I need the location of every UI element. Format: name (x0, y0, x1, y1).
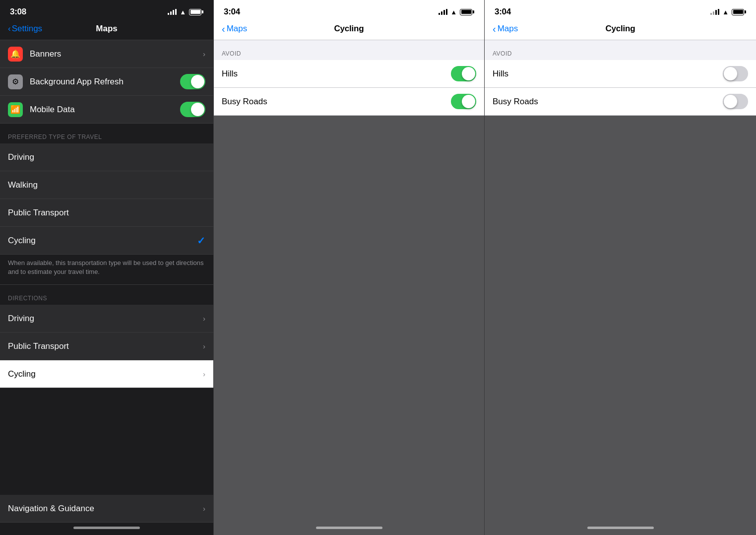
signal-icon-left (168, 9, 177, 15)
mid-panel: 3:04 ▲ ‹ Maps Cycling AVOID (213, 0, 485, 535)
row-cycling-preferred[interactable]: Cycling ✓ (0, 227, 213, 255)
cycling-directions-label: Cycling (8, 369, 203, 379)
cycling-preferred-label: Cycling (8, 236, 197, 246)
home-bar-right (587, 527, 654, 529)
wifi-icon-right: ▲ (722, 8, 729, 16)
status-icons-right: ▲ (710, 8, 746, 16)
home-indicator-mid (214, 523, 484, 535)
right-panel: 3:04 ▲ ‹ Maps Cycling AVOID (485, 0, 756, 535)
status-icons-left: ▲ (168, 8, 203, 16)
row-hills-right[interactable]: Hills (485, 60, 756, 88)
driving-directions-label: Driving (8, 314, 203, 324)
row-walking[interactable]: Walking (0, 171, 213, 199)
status-time-mid: 3:04 (224, 7, 240, 17)
nav-bar-left: ‹ Settings Maps (0, 22, 213, 40)
driving-directions-chevron: › (203, 314, 205, 323)
row-hills-mid[interactable]: Hills (214, 60, 484, 88)
back-label-right[interactable]: Maps (498, 24, 518, 34)
home-indicator-right (485, 523, 756, 535)
wifi-icon-left: ▲ (180, 8, 186, 16)
busy-roads-toggle-mid[interactable] (451, 94, 476, 109)
status-bar-right: 3:04 ▲ (485, 0, 756, 22)
status-time-left: 3:08 (10, 7, 26, 17)
home-indicator-left (0, 523, 213, 535)
banners-chevron: › (203, 50, 205, 58)
nav-title-left: Maps (96, 24, 117, 34)
section-preferred-travel: PREFERRED TYPE OF TRAVEL (0, 124, 213, 143)
refresh-right (180, 74, 205, 89)
cycling-helper-text: When available, this transportation type… (0, 255, 213, 285)
back-label-mid[interactable]: Maps (227, 24, 248, 34)
chevron-mid-icon: ‹ (222, 24, 225, 34)
row-mobile-data[interactable]: 📶 Mobile Data (0, 96, 213, 124)
battery-icon-right (732, 9, 746, 15)
dark-area-right (485, 116, 756, 523)
chevron-right-icon: ‹ (493, 24, 496, 34)
hills-label-mid: Hills (222, 69, 451, 79)
driving-preferred-label: Driving (8, 152, 205, 162)
hills-toggle-mid[interactable] (451, 66, 476, 81)
banners-label: Banners (30, 49, 203, 59)
home-bar-mid (316, 527, 382, 529)
row-public-transport-preferred[interactable]: Public Transport (0, 199, 213, 227)
mobile-data-label: Mobile Data (30, 105, 180, 115)
banners-icon: 🔔 (8, 47, 23, 62)
public-transport-directions-label: Public Transport (8, 341, 203, 351)
dark-area-mid (214, 116, 484, 523)
hills-toggle-right[interactable] (723, 66, 748, 81)
status-time-right: 3:04 (495, 7, 511, 17)
nav-guidance-chevron: › (203, 504, 205, 513)
walking-label: Walking (8, 180, 205, 190)
status-bar-mid: 3:04 ▲ (214, 0, 484, 22)
avoid-header-mid: AVOID (214, 40, 484, 60)
back-button-mid[interactable]: ‹ Maps (222, 24, 247, 34)
row-driving-directions[interactable]: Driving › (0, 305, 213, 333)
status-icons-mid: ▲ (439, 8, 474, 16)
nav-title-right: Cycling (605, 24, 635, 34)
signal-icon-mid (439, 9, 447, 15)
row-public-transport-directions[interactable]: Public Transport › (0, 333, 213, 360)
nav-guidance-label: Navigation & Guidance (8, 504, 203, 514)
cycling-checkmark: ✓ (197, 235, 205, 247)
mobile-data-toggle[interactable] (180, 102, 205, 117)
left-panel: 3:08 ▲ ‹ Settings Maps 🔔 Ba (0, 0, 213, 535)
home-bar-left (73, 527, 140, 529)
busy-roads-label-right: Busy Roads (493, 97, 723, 107)
battery-icon-left (189, 9, 203, 15)
row-driving-preferred[interactable]: Driving (0, 143, 213, 171)
nav-title-mid: Cycling (334, 24, 364, 34)
public-transport-directions-chevron: › (203, 342, 205, 350)
battery-icon-mid (460, 9, 474, 15)
banners-right: › (203, 50, 205, 58)
row-cycling-directions[interactable]: Cycling › (0, 360, 213, 388)
back-button-left[interactable]: ‹ Settings (8, 24, 42, 34)
busy-roads-toggle-right[interactable] (723, 94, 748, 109)
row-busy-roads-right[interactable]: Busy Roads (485, 88, 756, 116)
row-banners[interactable]: 🔔 Banners › (0, 40, 213, 68)
mobile-data-right (180, 102, 205, 117)
busy-roads-label-mid: Busy Roads (222, 97, 451, 107)
nav-bar-right: ‹ Maps Cycling (485, 22, 756, 40)
section-directions: DIRECTIONS (0, 285, 213, 305)
chevron-left-icon: ‹ (8, 24, 11, 34)
status-bar-left: 3:08 ▲ (0, 0, 213, 22)
avoid-header-right: AVOID (485, 40, 756, 60)
nav-bar-mid: ‹ Maps Cycling (214, 22, 484, 40)
row-nav-guidance[interactable]: Navigation & Guidance › (0, 495, 213, 523)
row-background-refresh[interactable]: ⚙ Background App Refresh (0, 68, 213, 96)
wifi-icon-mid: ▲ (450, 8, 457, 16)
row-busy-roads-mid[interactable]: Busy Roads (214, 88, 484, 116)
refresh-icon: ⚙ (8, 74, 23, 89)
signal-icon-right (710, 9, 719, 15)
mobile-data-icon: 📶 (8, 102, 23, 117)
hills-label-right: Hills (493, 69, 723, 79)
refresh-toggle[interactable] (180, 74, 205, 89)
public-transport-preferred-label: Public Transport (8, 208, 205, 218)
refresh-label: Background App Refresh (30, 77, 180, 87)
back-button-right[interactable]: ‹ Maps (493, 24, 518, 34)
back-label-left[interactable]: Settings (12, 24, 42, 34)
cycling-directions-chevron: › (203, 370, 205, 378)
